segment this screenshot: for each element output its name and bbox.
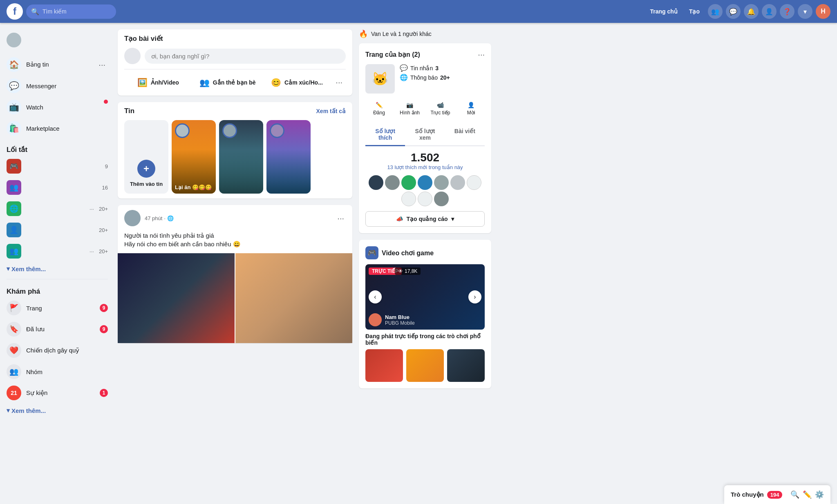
photo-video-btn[interactable]: 🖼️ Ảnh/Video (124, 74, 192, 91)
home-icon: 🏠 (7, 57, 21, 72)
facebook-logo: f (7, 3, 23, 20)
gaming-thumb-gta[interactable] (365, 349, 403, 382)
sidebar-item-marketplace[interactable]: 🛍️ Marketplace (3, 118, 111, 139)
page-action-post[interactable]: ✏️ Đăng (365, 98, 393, 119)
notif-count: 20+ (440, 74, 450, 81)
search-chat-icon[interactable]: 🔍 (790, 490, 799, 499)
notif-text: Van Le và 1 người khác (371, 31, 432, 37)
story-gradient-3 (266, 149, 311, 194)
shortcut-item-0[interactable]: 🎮 9 (3, 156, 111, 177)
tab-views[interactable]: Số lượt xem (405, 124, 445, 146)
streamer-avatar (369, 313, 382, 326)
marketplace-icon: 🛍️ (7, 121, 21, 136)
feeling-btn[interactable]: 😊 Cảm xúc/Ho... (263, 74, 331, 91)
like-avatar-1 (369, 175, 383, 190)
page-action-live[interactable]: 📹 Trực tiếp (427, 98, 454, 119)
chat-count-badge: 194 (767, 491, 783, 499)
gaming-video[interactable]: TRỰC TIẾP 👁 17,8K ‹ › Nam Blue PUBG Mobi… (365, 264, 485, 330)
chat-bar[interactable]: Trò chuyện 194 🔍 ✏️ ⚙️ (724, 485, 830, 504)
chevron-down-icon-btn[interactable]: ▾ (798, 4, 812, 19)
messages-count: 3 (435, 65, 439, 71)
see-more-discover[interactable]: ▾ Xem thêm... (3, 404, 111, 417)
sidebar-item-watch[interactable]: 📺 Watch (3, 96, 111, 118)
page-messages[interactable]: 💬 Tin nhắn 3 (400, 64, 485, 72)
shortcut-count-3: 20+ (99, 227, 108, 233)
stories-see-all[interactable]: Xem tất cả (316, 108, 346, 114)
chevron-down-small-icon: ▾ (7, 265, 10, 272)
discover-groups[interactable]: 👥 Nhóm (3, 361, 111, 382)
add-story-btn[interactable]: + Thêm vào tin (124, 120, 168, 194)
user-avatar[interactable]: H (816, 4, 830, 19)
tab-posts[interactable]: Bài viết (445, 124, 485, 146)
shortcut-item-4[interactable]: 👥 ··· 20+ (3, 241, 111, 262)
page-card-more[interactable]: ··· (478, 50, 485, 59)
sidebar-item-bantin[interactable]: 🏠 Bảng tin ··· (3, 54, 111, 75)
nav-create[interactable]: Tạo (684, 6, 705, 17)
help-icon-btn[interactable]: ❓ (780, 4, 794, 19)
story-item-2[interactable] (219, 120, 263, 194)
groups-label: Nhóm (26, 368, 108, 375)
right-sidebar: 🔥 Van Le và 1 người khác Trang của bạn (… (356, 23, 495, 504)
streamer-name: Nam Blue (385, 314, 415, 320)
post-meta-1: 47 phút · 🌐 (145, 215, 331, 221)
nav-home[interactable]: Trang chủ (645, 6, 683, 17)
friend-request-icon-btn[interactable]: 👤 (762, 4, 777, 19)
messenger-icon-btn[interactable]: 💬 (726, 4, 741, 19)
search-input[interactable] (43, 8, 111, 15)
tag-friends-btn[interactable]: 👥 Gắn thẻ bạn bè (194, 74, 262, 91)
like-avatar-2 (385, 175, 400, 190)
bell-icon-btn[interactable]: 🔔 (744, 4, 759, 19)
create-ad-button[interactable]: 📣 Tạo quảng cáo ▾ (365, 211, 485, 227)
sidebar-bantin-more[interactable]: ··· (96, 59, 108, 70)
trang-icon: 🚩 (7, 301, 21, 315)
like-avatar-7 (467, 175, 481, 190)
page-card-title[interactable]: Trang của bạn (2) (365, 51, 420, 58)
page-notif[interactable]: 🌐 Thông báo 20+ (400, 74, 485, 81)
people-icon-btn[interactable]: 👥 (708, 4, 723, 19)
discover-trang[interactable]: 🚩 Trang 9 (3, 297, 111, 319)
stories-card: Tin Xem tất cả + Thêm vào tin Lại ăn 😋😋😋 (118, 102, 352, 198)
post-action-label: Đăng (373, 110, 385, 116)
sidebar-profile[interactable] (3, 29, 111, 51)
shortcut-more-4: ··· (90, 248, 94, 254)
saved-label: Đã lưu (26, 326, 95, 333)
create-post-input[interactable] (145, 49, 346, 64)
post-more-btn-1[interactable]: ··· (336, 212, 346, 225)
post-card-1: 47 phút · 🌐 ··· Người ta nói tình yêu ph… (118, 205, 352, 343)
top-navigation: f 🔍 Trang chủ Tạo 👥 💬 🔔 👤 ❓ ▾ H (0, 0, 837, 23)
like-avatar-6 (450, 175, 465, 190)
discover-saved[interactable]: 🔖 Đã lưu 9 (3, 319, 111, 340)
stories-row: + Thêm vào tin Lại ăn 😋😋😋 (124, 120, 346, 194)
story-item-3[interactable] (266, 120, 311, 194)
gaming-next-btn[interactable]: › (468, 290, 481, 303)
story-avatar-1 (175, 123, 190, 138)
shortcut-item-2[interactable]: 🌐 ··· 20+ (3, 198, 111, 219)
sidebar-divider (7, 279, 108, 279)
settings-chat-icon[interactable]: ⚙️ (815, 490, 824, 499)
post-icon: ✏️ (376, 102, 383, 108)
gaming-thumb-dbd[interactable] (447, 349, 485, 382)
post-image-1a[interactable] (118, 253, 235, 343)
story-avatar-2 (222, 123, 237, 138)
search-bar[interactable]: 🔍 (26, 4, 116, 19)
story-item-1[interactable]: Lại ăn 😋😋😋 (172, 120, 216, 194)
tab-likes[interactable]: Số lượt thích (365, 124, 405, 146)
more-actions-icon[interactable]: ··· (332, 74, 346, 91)
post-image-1b[interactable] (235, 253, 352, 343)
main-feed: Tạo bài viết 🖼️ Ảnh/Video 👥 Gắn thẻ bạn … (114, 23, 356, 504)
shortcut-item-3[interactable]: 👤 20+ (3, 219, 111, 241)
gaming-prev-btn[interactable]: ‹ (369, 290, 382, 303)
edit-chat-icon[interactable]: ✏️ (803, 490, 812, 499)
page-action-photo[interactable]: 📷 Hình ảnh (396, 98, 423, 119)
discover-campaign[interactable]: ❤️ Chiến dịch gây quỹ (3, 340, 111, 361)
shortcut-item-1[interactable]: 👥 16 (3, 177, 111, 198)
photo-action-label: Hình ảnh (400, 110, 420, 116)
discover-title: Khám phá (3, 283, 111, 297)
gaming-thumb-pubg[interactable] (406, 349, 444, 382)
page-thumbnail[interactable]: 🐱 (365, 64, 395, 94)
discover-events[interactable]: 21 Sự kiện 1 (3, 382, 111, 404)
sidebar-item-messenger[interactable]: 💬 Messenger (3, 75, 111, 96)
add-story-icon: + (137, 160, 155, 178)
see-more-shortcuts[interactable]: ▾ Xem thêm... (3, 262, 111, 276)
page-action-invite[interactable]: 👤 Mời (457, 98, 485, 119)
